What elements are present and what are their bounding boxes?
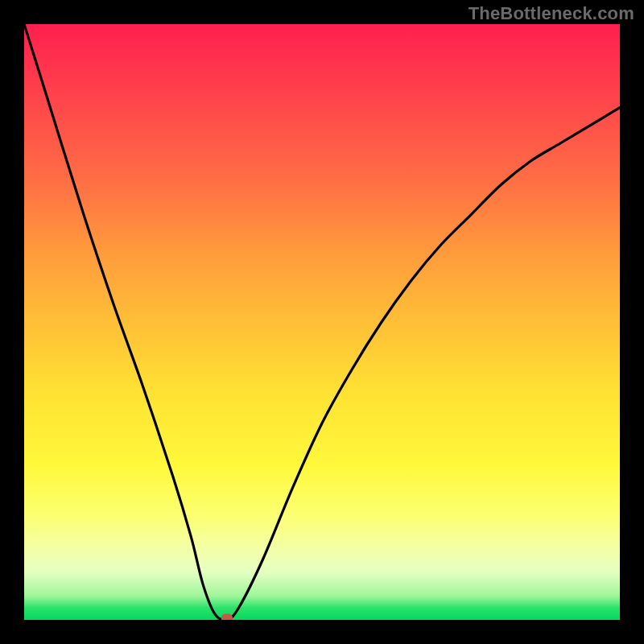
watermark-text: TheBottleneck.com [469,3,634,24]
minimum-marker [221,614,233,621]
bottleneck-curve [24,24,620,620]
plot-area [24,24,620,620]
chart-frame: TheBottleneck.com [0,0,644,644]
